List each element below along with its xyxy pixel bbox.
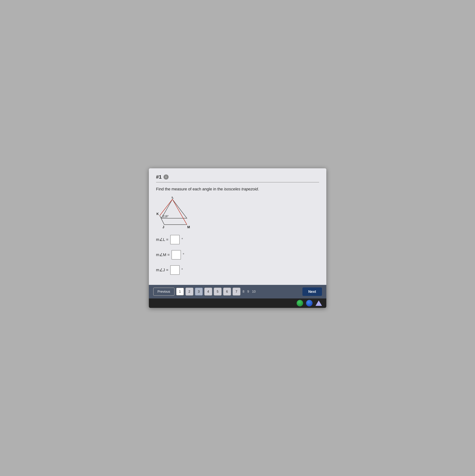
taskbar [149, 298, 326, 308]
label-angle-L: m∠L = [156, 237, 169, 242]
label-K: K [157, 212, 159, 216]
input-angle-J[interactable] [170, 265, 180, 275]
svg-marker-1 [160, 199, 187, 225]
page-btn-1[interactable]: 1 [176, 288, 184, 296]
previous-button[interactable]: Previous [153, 288, 175, 296]
answer-row-M: m∠M = ° [156, 250, 319, 259]
page-btn-7[interactable]: 7 [232, 288, 241, 296]
answer-row-L: m∠L = ° [156, 235, 319, 244]
question-number: #1 [156, 174, 162, 180]
svg-line-5 [172, 199, 187, 225]
page-btn-4[interactable]: 4 [204, 288, 212, 296]
label-angle-M: m∠M = [156, 253, 170, 257]
info-icon[interactable]: i [163, 174, 169, 180]
page-btn-6[interactable]: 6 [223, 288, 231, 296]
svg-line-2 [160, 199, 172, 216]
question-prefix: Find the measure of each angle in the [156, 187, 224, 191]
page-9[interactable]: 9 [247, 290, 250, 294]
content-area: #1 i Find the measure of each angle in t… [149, 168, 326, 285]
question-header: #1 i [156, 174, 319, 180]
question-emphasis: isosceles trapezoid [224, 187, 258, 191]
label-M: M [187, 225, 190, 229]
next-button[interactable]: Next [302, 288, 322, 296]
user-icon[interactable] [306, 300, 313, 306]
page-8[interactable]: 8 [242, 290, 245, 294]
degree-L: ° [181, 238, 183, 242]
question-text: Find the measure of each angle in the is… [156, 187, 319, 191]
chrome-icon[interactable] [297, 300, 303, 306]
page-btn-3[interactable]: 3 [195, 288, 203, 296]
taskbar-triangle-icon[interactable] [316, 300, 322, 306]
page-10[interactable]: 10 [251, 290, 256, 294]
screen: #1 i Find the measure of each angle in t… [149, 168, 326, 308]
trapezoid-svg: L K J M 118° [156, 197, 196, 229]
label-L: L [172, 197, 174, 199]
page-btn-2[interactable]: 2 [185, 288, 194, 296]
label-angle-J: m∠J = [156, 268, 168, 272]
bottom-bar: Previous 1 2 3 4 5 6 7 8 9 10 Next [149, 285, 326, 298]
angle-label-118: 118° [163, 215, 169, 218]
trapezoid-diagram: L K J M 118° [156, 197, 196, 229]
input-angle-L[interactable] [170, 235, 180, 244]
degree-J: ° [181, 268, 183, 272]
label-J: J [162, 225, 164, 229]
divider [156, 182, 319, 182]
degree-M: ° [183, 253, 184, 257]
input-angle-M[interactable] [172, 250, 181, 259]
answer-row-J: m∠J = ° [156, 265, 319, 275]
question-suffix: . [258, 187, 259, 191]
page-btn-5[interactable]: 5 [214, 288, 222, 296]
